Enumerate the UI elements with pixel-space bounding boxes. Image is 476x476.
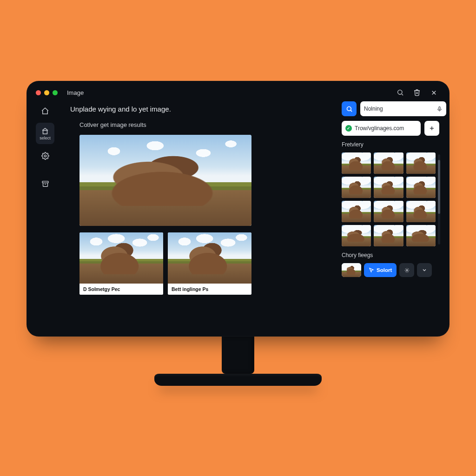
section-subtitle: Cotlver get image results (79, 121, 330, 128)
result-card[interactable]: D Solmetgy Pec (79, 232, 163, 295)
thumbnail[interactable] (342, 152, 371, 174)
sidebar-item-label: select (40, 136, 51, 140)
thumbnail[interactable] (374, 225, 403, 246)
sidebar: select (33, 100, 57, 327)
window-title: Image (67, 89, 84, 96)
mic-icon[interactable] (436, 106, 443, 112)
thumbnail[interactable] (374, 152, 403, 174)
svg-rect-4 (43, 130, 47, 134)
search-field[interactable] (360, 101, 446, 116)
search-input[interactable] (364, 106, 434, 112)
svg-rect-10 (439, 106, 440, 109)
add-source-button[interactable] (424, 121, 439, 136)
thumbnail[interactable] (406, 177, 436, 198)
cursor-icon (369, 267, 374, 273)
verified-icon: ✓ (345, 125, 352, 132)
result-card[interactable]: Bett inglinge Ps (168, 232, 251, 295)
more-button[interactable] (417, 263, 432, 277)
thumbnail[interactable] (342, 177, 371, 198)
main-content: Unplade wying and lo yet image. Cotlver … (57, 100, 338, 327)
minimize-window-button[interactable] (44, 90, 49, 95)
thumbnail-grid (342, 152, 439, 246)
sidebar-item-home[interactable] (36, 103, 54, 119)
thumbnail[interactable] (374, 177, 403, 198)
svg-rect-6 (42, 181, 48, 183)
library-icon (41, 127, 49, 135)
thumbnail[interactable] (406, 225, 436, 246)
hero-image[interactable] (79, 135, 251, 226)
search-icon (346, 106, 353, 112)
svg-point-8 (347, 106, 351, 111)
source-label: Trow/vglinages.com (355, 125, 404, 132)
delete-icon[interactable] (410, 86, 423, 99)
thumbnail[interactable] (406, 201, 436, 222)
archive-icon (41, 180, 49, 188)
home-icon (41, 107, 49, 115)
settings-icon (41, 152, 49, 160)
thumbnail[interactable] (342, 225, 371, 246)
svg-point-0 (398, 90, 402, 94)
page-title: Unplade wying and lo yet image. (70, 105, 330, 113)
svg-point-13 (406, 269, 408, 271)
search-button[interactable] (342, 101, 357, 116)
svg-line-1 (402, 94, 403, 95)
svg-line-9 (350, 110, 352, 112)
source-chip[interactable]: ✓ Trow/vglinages.com (342, 121, 421, 136)
maximize-window-button[interactable] (53, 90, 58, 95)
select-button-label: Solort (377, 267, 392, 273)
thumbnail[interactable] (342, 201, 371, 222)
thumbnail[interactable] (406, 152, 436, 174)
traffic-lights (36, 90, 58, 95)
refresh-button[interactable] (399, 263, 414, 277)
svg-point-5 (44, 155, 46, 157)
thumbnail[interactable] (374, 201, 403, 222)
result-caption: Bett inglinge Ps (168, 284, 251, 295)
search-icon[interactable] (394, 86, 407, 99)
close-icon[interactable] (427, 86, 440, 99)
panel-section-label: Chory fieegs (342, 252, 439, 258)
panel-section-label: Fretvlery (342, 141, 439, 148)
sidebar-item-archive[interactable] (36, 176, 54, 192)
titlebar: Image (33, 87, 443, 100)
close-window-button[interactable] (36, 90, 41, 95)
side-panel: ✓ Trow/vglinages.com Fretvlery (338, 100, 443, 327)
select-button[interactable]: Solort (364, 263, 397, 277)
result-caption: D Solmetgy Pec (79, 284, 163, 295)
recent-thumbnail[interactable] (342, 263, 361, 277)
scrollbar[interactable] (438, 154, 440, 245)
sidebar-item-select[interactable]: select (36, 123, 54, 144)
sidebar-item-settings[interactable] (36, 148, 54, 164)
